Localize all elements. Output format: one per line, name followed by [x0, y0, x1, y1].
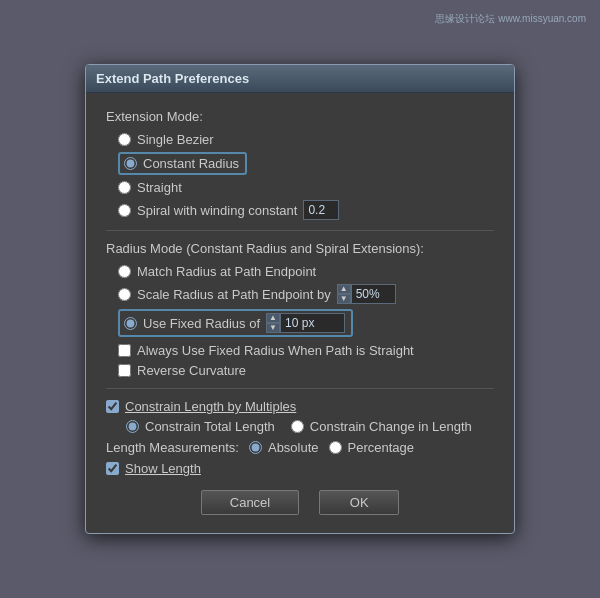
- constrain-length-row: Constrain Length by Multiples: [106, 399, 494, 414]
- spiral-row: Spiral with winding constant: [118, 200, 494, 220]
- constrain-total-row: Constrain Total Length: [126, 419, 275, 434]
- fixed-radius-radio[interactable]: [124, 317, 137, 330]
- always-fixed-row: Always Use Fixed Radius When Path is Str…: [118, 343, 494, 358]
- show-length-label: Show Length: [125, 461, 201, 476]
- percentage-row: Percentage: [329, 440, 415, 455]
- button-row: Cancel OK: [106, 490, 494, 519]
- spiral-value-input[interactable]: [303, 200, 339, 220]
- dialog-title: Extend Path Preferences: [96, 71, 249, 86]
- constrain-total-radio[interactable]: [126, 420, 139, 433]
- absolute-row: Absolute: [249, 440, 319, 455]
- reverse-curvature-label: Reverse Curvature: [137, 363, 246, 378]
- constant-radius-row: Constant Radius: [118, 152, 247, 175]
- constrain-sub-group: Constrain Total Length Constrain Change …: [126, 419, 494, 434]
- fixed-radius-row: Use Fixed Radius of ▲ ▼: [118, 309, 353, 337]
- radius-mode-group: Match Radius at Path Endpoint Scale Radi…: [118, 264, 494, 337]
- cancel-button[interactable]: Cancel: [201, 490, 299, 515]
- extension-mode-group: Single Bezier Constant Radius Straight S…: [118, 132, 494, 220]
- reverse-curvature-checkbox[interactable]: [118, 364, 131, 377]
- straight-label: Straight: [137, 180, 182, 195]
- scale-radius-radio[interactable]: [118, 288, 131, 301]
- radius-mode-label: Radius Mode (Constant Radius and Spiral …: [106, 241, 494, 256]
- spiral-label: Spiral with winding constant: [137, 203, 297, 218]
- percentage-label: Percentage: [348, 440, 415, 455]
- percentage-radio[interactable]: [329, 441, 342, 454]
- fixed-radius-input[interactable]: [280, 313, 345, 333]
- fixed-radius-up[interactable]: ▲: [266, 313, 280, 323]
- constant-radius-radio[interactable]: [124, 157, 137, 170]
- match-radius-label: Match Radius at Path Endpoint: [137, 264, 316, 279]
- ok-button[interactable]: OK: [319, 490, 399, 515]
- constant-radius-label: Constant Radius: [143, 156, 239, 171]
- show-length-row: Show Length: [106, 461, 494, 476]
- always-fixed-label: Always Use Fixed Radius When Path is Str…: [137, 343, 414, 358]
- absolute-radio[interactable]: [249, 441, 262, 454]
- constrain-change-label: Constrain Change in Length: [310, 419, 472, 434]
- watermark: 思缘设计论坛 www.missyuan.com: [435, 12, 586, 26]
- fixed-radius-spinner: ▲ ▼: [266, 313, 345, 333]
- single-bezier-row: Single Bezier: [118, 132, 494, 147]
- constrain-change-radio[interactable]: [291, 420, 304, 433]
- length-measurements-label: Length Measurements:: [106, 440, 239, 455]
- scale-radius-down[interactable]: ▼: [337, 294, 351, 304]
- title-bar: Extend Path Preferences: [86, 65, 514, 93]
- scale-radius-label: Scale Radius at Path Endpoint by: [137, 287, 331, 302]
- constrain-length-label: Constrain Length by Multiples: [125, 399, 296, 414]
- always-fixed-checkbox[interactable]: [118, 344, 131, 357]
- fixed-radius-label: Use Fixed Radius of: [143, 316, 260, 331]
- spiral-radio[interactable]: [118, 204, 131, 217]
- absolute-label: Absolute: [268, 440, 319, 455]
- single-bezier-label: Single Bezier: [137, 132, 214, 147]
- straight-row: Straight: [118, 180, 494, 195]
- reverse-curvature-row: Reverse Curvature: [118, 363, 494, 378]
- scale-radius-input[interactable]: [351, 284, 396, 304]
- fixed-radius-down[interactable]: ▼: [266, 323, 280, 333]
- scale-radius-up[interactable]: ▲: [337, 284, 351, 294]
- extension-mode-label: Extension Mode:: [106, 109, 494, 124]
- match-radius-row: Match Radius at Path Endpoint: [118, 264, 494, 279]
- constrain-change-row: Constrain Change in Length: [291, 419, 472, 434]
- constrain-total-label: Constrain Total Length: [145, 419, 275, 434]
- match-radius-radio[interactable]: [118, 265, 131, 278]
- constrain-length-checkbox[interactable]: [106, 400, 119, 413]
- dialog: Extend Path Preferences Extension Mode: …: [85, 64, 515, 534]
- scale-radius-row: Scale Radius at Path Endpoint by ▲ ▼: [118, 284, 494, 304]
- length-measurements-row: Length Measurements: Absolute Percentage: [106, 440, 494, 455]
- scale-radius-spinner: ▲ ▼: [337, 284, 396, 304]
- straight-radio[interactable]: [118, 181, 131, 194]
- single-bezier-radio[interactable]: [118, 133, 131, 146]
- show-length-checkbox[interactable]: [106, 462, 119, 475]
